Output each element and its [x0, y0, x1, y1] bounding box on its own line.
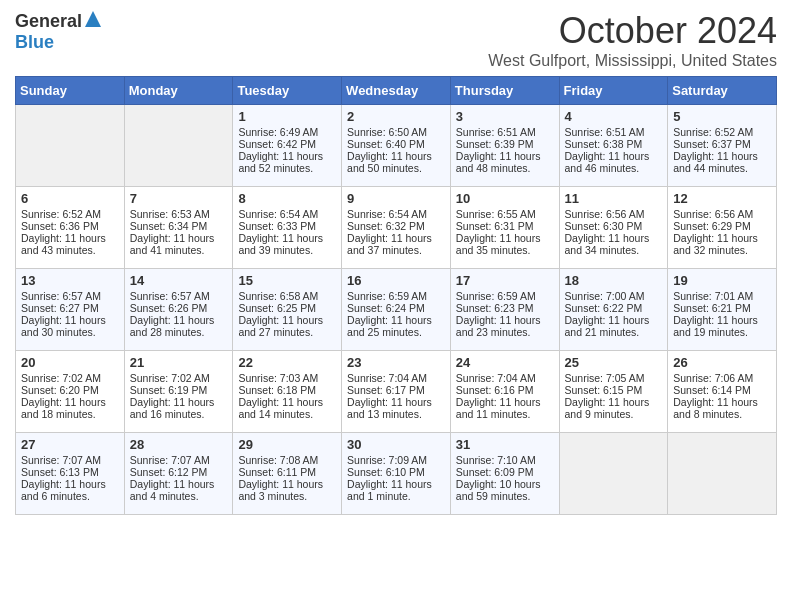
table-row: 25Sunrise: 7:05 AMSunset: 6:15 PMDayligh… — [559, 351, 668, 433]
sunset-text: Sunset: 6:23 PM — [456, 302, 554, 314]
location-title: West Gulfport, Mississippi, United State… — [488, 52, 777, 70]
logo-blue-text: Blue — [15, 32, 54, 52]
sunset-text: Sunset: 6:10 PM — [347, 466, 445, 478]
sunset-text: Sunset: 6:11 PM — [238, 466, 336, 478]
day-number: 18 — [565, 273, 663, 288]
day-number: 21 — [130, 355, 228, 370]
table-row: 26Sunrise: 7:06 AMSunset: 6:14 PMDayligh… — [668, 351, 777, 433]
daylight-text: Daylight: 11 hours and 14 minutes. — [238, 396, 336, 420]
calendar-week-row: 6Sunrise: 6:52 AMSunset: 6:36 PMDaylight… — [16, 187, 777, 269]
sunrise-text: Sunrise: 7:07 AM — [130, 454, 228, 466]
daylight-text: Daylight: 11 hours and 39 minutes. — [238, 232, 336, 256]
sunset-text: Sunset: 6:18 PM — [238, 384, 336, 396]
sunrise-text: Sunrise: 6:52 AM — [673, 126, 771, 138]
sunrise-text: Sunrise: 6:50 AM — [347, 126, 445, 138]
table-row: 17Sunrise: 6:59 AMSunset: 6:23 PMDayligh… — [450, 269, 559, 351]
day-number: 9 — [347, 191, 445, 206]
daylight-text: Daylight: 11 hours and 3 minutes. — [238, 478, 336, 502]
day-number: 31 — [456, 437, 554, 452]
daylight-text: Daylight: 11 hours and 32 minutes. — [673, 232, 771, 256]
sunrise-text: Sunrise: 6:56 AM — [565, 208, 663, 220]
table-row: 10Sunrise: 6:55 AMSunset: 6:31 PMDayligh… — [450, 187, 559, 269]
title-block: October 2024 West Gulfport, Mississippi,… — [488, 10, 777, 70]
sunset-text: Sunset: 6:19 PM — [130, 384, 228, 396]
sunrise-text: Sunrise: 7:01 AM — [673, 290, 771, 302]
day-number: 20 — [21, 355, 119, 370]
month-title: October 2024 — [488, 10, 777, 52]
day-number: 17 — [456, 273, 554, 288]
header-row: Sunday Monday Tuesday Wednesday Thursday… — [16, 77, 777, 105]
day-number: 28 — [130, 437, 228, 452]
sunrise-text: Sunrise: 6:51 AM — [565, 126, 663, 138]
day-number: 19 — [673, 273, 771, 288]
sunset-text: Sunset: 6:17 PM — [347, 384, 445, 396]
day-number: 6 — [21, 191, 119, 206]
day-number: 13 — [21, 273, 119, 288]
table-row: 6Sunrise: 6:52 AMSunset: 6:36 PMDaylight… — [16, 187, 125, 269]
table-row: 18Sunrise: 7:00 AMSunset: 6:22 PMDayligh… — [559, 269, 668, 351]
day-number: 10 — [456, 191, 554, 206]
table-row — [16, 105, 125, 187]
calendar-week-row: 13Sunrise: 6:57 AMSunset: 6:27 PMDayligh… — [16, 269, 777, 351]
day-number: 7 — [130, 191, 228, 206]
col-saturday: Saturday — [668, 77, 777, 105]
sunset-text: Sunset: 6:09 PM — [456, 466, 554, 478]
day-number: 3 — [456, 109, 554, 124]
calendar-week-row: 1Sunrise: 6:49 AMSunset: 6:42 PMDaylight… — [16, 105, 777, 187]
col-thursday: Thursday — [450, 77, 559, 105]
table-row: 21Sunrise: 7:02 AMSunset: 6:19 PMDayligh… — [124, 351, 233, 433]
sunset-text: Sunset: 6:31 PM — [456, 220, 554, 232]
table-row: 30Sunrise: 7:09 AMSunset: 6:10 PMDayligh… — [342, 433, 451, 515]
table-row: 31Sunrise: 7:10 AMSunset: 6:09 PMDayligh… — [450, 433, 559, 515]
sunrise-text: Sunrise: 7:04 AM — [456, 372, 554, 384]
day-number: 29 — [238, 437, 336, 452]
logo: General Blue — [15, 10, 102, 53]
day-number: 27 — [21, 437, 119, 452]
sunset-text: Sunset: 6:24 PM — [347, 302, 445, 314]
daylight-text: Daylight: 11 hours and 44 minutes. — [673, 150, 771, 174]
logo-triangle-icon — [84, 10, 102, 32]
table-row: 28Sunrise: 7:07 AMSunset: 6:12 PMDayligh… — [124, 433, 233, 515]
col-wednesday: Wednesday — [342, 77, 451, 105]
sunset-text: Sunset: 6:29 PM — [673, 220, 771, 232]
daylight-text: Daylight: 11 hours and 48 minutes. — [456, 150, 554, 174]
sunrise-text: Sunrise: 7:08 AM — [238, 454, 336, 466]
calendar-table: Sunday Monday Tuesday Wednesday Thursday… — [15, 76, 777, 515]
day-number: 30 — [347, 437, 445, 452]
sunset-text: Sunset: 6:22 PM — [565, 302, 663, 314]
sunrise-text: Sunrise: 6:49 AM — [238, 126, 336, 138]
sunset-text: Sunset: 6:15 PM — [565, 384, 663, 396]
sunrise-text: Sunrise: 7:06 AM — [673, 372, 771, 384]
table-row: 9Sunrise: 6:54 AMSunset: 6:32 PMDaylight… — [342, 187, 451, 269]
table-row: 2Sunrise: 6:50 AMSunset: 6:40 PMDaylight… — [342, 105, 451, 187]
col-monday: Monday — [124, 77, 233, 105]
calendar-week-row: 20Sunrise: 7:02 AMSunset: 6:20 PMDayligh… — [16, 351, 777, 433]
table-row: 15Sunrise: 6:58 AMSunset: 6:25 PMDayligh… — [233, 269, 342, 351]
sunrise-text: Sunrise: 7:02 AM — [21, 372, 119, 384]
sunset-text: Sunset: 6:30 PM — [565, 220, 663, 232]
daylight-text: Daylight: 11 hours and 23 minutes. — [456, 314, 554, 338]
sunrise-text: Sunrise: 6:57 AM — [21, 290, 119, 302]
daylight-text: Daylight: 10 hours and 59 minutes. — [456, 478, 554, 502]
sunrise-text: Sunrise: 6:57 AM — [130, 290, 228, 302]
day-number: 1 — [238, 109, 336, 124]
day-number: 25 — [565, 355, 663, 370]
day-number: 14 — [130, 273, 228, 288]
sunrise-text: Sunrise: 6:52 AM — [21, 208, 119, 220]
daylight-text: Daylight: 11 hours and 46 minutes. — [565, 150, 663, 174]
daylight-text: Daylight: 11 hours and 11 minutes. — [456, 396, 554, 420]
daylight-text: Daylight: 11 hours and 41 minutes. — [130, 232, 228, 256]
sunrise-text: Sunrise: 6:51 AM — [456, 126, 554, 138]
day-number: 15 — [238, 273, 336, 288]
day-number: 4 — [565, 109, 663, 124]
day-number: 2 — [347, 109, 445, 124]
table-row — [668, 433, 777, 515]
daylight-text: Daylight: 11 hours and 19 minutes. — [673, 314, 771, 338]
calendar-container: General Blue October 2024 West Gulfport,… — [0, 0, 792, 530]
daylight-text: Daylight: 11 hours and 25 minutes. — [347, 314, 445, 338]
sunrise-text: Sunrise: 6:54 AM — [238, 208, 336, 220]
daylight-text: Daylight: 11 hours and 9 minutes. — [565, 396, 663, 420]
table-row: 29Sunrise: 7:08 AMSunset: 6:11 PMDayligh… — [233, 433, 342, 515]
daylight-text: Daylight: 11 hours and 28 minutes. — [130, 314, 228, 338]
table-row: 12Sunrise: 6:56 AMSunset: 6:29 PMDayligh… — [668, 187, 777, 269]
